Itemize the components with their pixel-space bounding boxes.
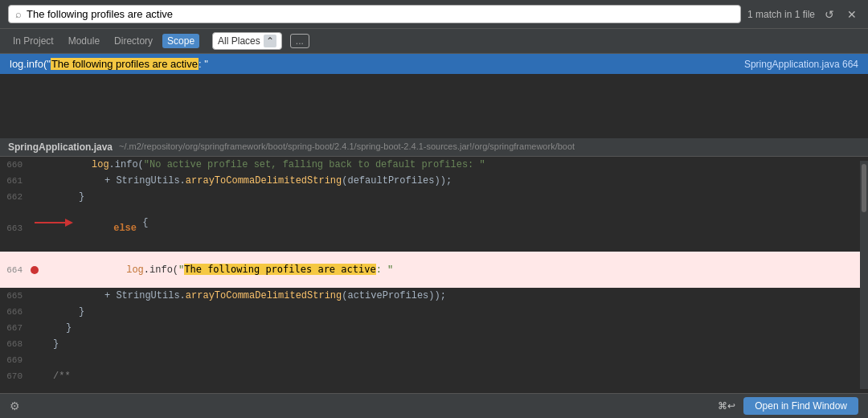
file-name: SpringApplication.java (8, 141, 113, 153)
scrollbar[interactable] (860, 161, 868, 389)
line-number: 662 (0, 192, 29, 202)
table-row: 668 } (0, 336, 868, 352)
table-row: 662 } (0, 189, 868, 205)
search-icon: ⌕ (15, 8, 22, 20)
line-number: 664 (0, 265, 29, 275)
code-text: + StringUtils.arrayToCommaDelimitedStrin… (40, 175, 452, 186)
code-text: /** (40, 371, 71, 382)
keyboard-shortcut: ⌘↩ (718, 400, 735, 412)
open-in-find-window-button[interactable]: Open in Find Window (743, 397, 858, 415)
line-number: 670 (0, 371, 29, 381)
line-number: 668 (0, 339, 29, 349)
line-number: 663 (0, 223, 29, 233)
scope-dropdown-value: All Places (218, 35, 260, 47)
table-row: 665 + StringUtils.arrayToCommaDelimitedS… (0, 288, 868, 304)
table-row: 660 log.info("No active profile set, fal… (0, 157, 868, 173)
gear-button[interactable]: ⚙ (10, 400, 20, 412)
result-prefix: log.info(" (10, 58, 51, 70)
code-text: + StringUtils.arrayToCommaDelimitedStrin… (40, 290, 446, 301)
file-header: SpringApplication.java ~/.m2/repository/… (0, 138, 868, 157)
breakpoint-dot (31, 266, 39, 274)
table-row: 666 } (0, 304, 868, 320)
result-file-ref: SpringApplication.java 664 (744, 59, 858, 70)
line-number: 665 (0, 291, 29, 301)
close-button[interactable]: ✕ (844, 6, 860, 23)
bottom-bar: ⚙ ⌘↩ Open in Find Window (0, 393, 868, 418)
code-text: } (40, 306, 84, 318)
search-bar: ⌕ 1 match in 1 file ↺ ✕ (0, 0, 868, 29)
more-options-button[interactable]: ... (290, 34, 309, 48)
code-area: 660 log.info("No active profile set, fal… (0, 157, 868, 384)
tab-scope[interactable]: Scope (162, 34, 199, 48)
code-text: log.info("No active profile set, falling… (40, 159, 485, 170)
code-text: } (40, 338, 59, 350)
line-number: 669 (0, 355, 29, 365)
code-text: else { (40, 206, 171, 251)
line-number: 666 (0, 307, 29, 317)
search-input-wrapper[interactable]: ⌕ (8, 5, 741, 23)
line-number: 661 (0, 176, 29, 186)
result-match: The following profiles are active (51, 58, 199, 70)
scope-dropdown[interactable]: All Places ⌃ (212, 32, 282, 50)
table-row: 667 } (0, 320, 868, 336)
chevron-down-icon: ⌃ (264, 35, 276, 47)
file-path: ~/.m2/repository/org/springframework/boo… (119, 141, 575, 153)
code-text: } (40, 322, 72, 334)
breakpoint-col (29, 266, 40, 274)
tab-module[interactable]: Module (63, 34, 104, 48)
table-row: 661 + StringUtils.arrayToCommaDelimitedS… (0, 173, 868, 189)
match-count: 1 match in 1 file (747, 9, 815, 20)
spacer (0, 74, 868, 138)
svg-marker-1 (65, 219, 73, 227)
table-row: 663 else { (0, 205, 868, 252)
result-code-preview: log.info("The following profiles are act… (10, 58, 208, 70)
tab-directory[interactable]: Directory (109, 34, 158, 48)
table-row: 664 log.info("The following profiles are… (0, 252, 868, 288)
scrollbar-thumb[interactable] (862, 164, 866, 212)
scope-row: In Project Module Directory Scope All Pl… (0, 29, 868, 54)
code-text: } (40, 191, 84, 203)
search-input[interactable] (27, 8, 734, 20)
result-suffix: : " (199, 58, 208, 70)
table-row: 669 (0, 352, 868, 368)
refresh-button[interactable]: ↺ (821, 6, 837, 23)
line-number: 667 (0, 323, 29, 333)
result-header: log.info("The following profiles are act… (0, 54, 868, 74)
tab-in-project[interactable]: In Project (8, 34, 59, 48)
code-text: log.info("The following profiles are act… (40, 252, 393, 287)
table-row: 670 /** (0, 368, 868, 384)
arrow-annotation (33, 214, 73, 232)
line-number: 660 (0, 160, 29, 170)
